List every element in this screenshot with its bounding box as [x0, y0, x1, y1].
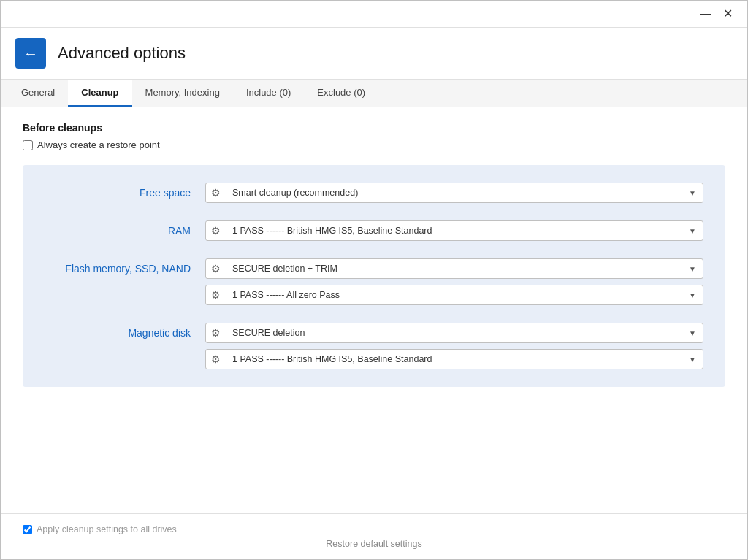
restore-point-label: Always create a restore point [37, 139, 160, 150]
header: ← Advanced options [1, 28, 747, 80]
flash-memory-label: Flash memory, SSD, NAND [45, 258, 205, 275]
app-window: — ✕ ← Advanced options General Cleanup M… [0, 0, 748, 560]
magnetic-select2-wrapper: ⚙ 1 PASS ------ All zero Pass 1 PASS ---… [205, 349, 703, 369]
magnetic-disk-label: Magnetic disk [45, 323, 205, 339]
settings-panel: Free space ⚙ Smart cleanup (recommended)… [23, 165, 725, 387]
apply-all-drives-label: Apply cleanup settings to all drives [37, 524, 177, 534]
restore-default-button[interactable]: Restore default settings [23, 539, 725, 549]
free-space-select-wrapper: ⚙ Smart cleanup (recommended) 1 PASS ---… [205, 183, 703, 203]
tab-cleanup[interactable]: Cleanup [68, 80, 131, 107]
restore-point-checkbox[interactable] [23, 140, 33, 150]
back-button[interactable]: ← [15, 38, 46, 69]
free-space-row: Free space ⚙ Smart cleanup (recommended)… [45, 183, 703, 203]
ram-select-wrapper: ⚙ 1 PASS ------ All zero Pass 1 PASS ---… [205, 220, 703, 241]
flash-memory-row: Flash memory, SSD, NAND ⚙ SECURE deletio… [45, 258, 703, 305]
flash-select2-wrapper: ⚙ 1 PASS ------ All zero Pass 1 PASS ---… [205, 285, 703, 305]
tab-include[interactable]: Include (0) [233, 80, 304, 107]
title-bar: — ✕ [1, 1, 747, 28]
magnetic-select1-wrapper: ⚙ SECURE deletion SECURE deletion + TRIM… [205, 323, 703, 343]
magnetic-disk-controls: ⚙ SECURE deletion SECURE deletion + TRIM… [205, 323, 703, 369]
close-button[interactable]: ✕ [717, 7, 739, 21]
tabs-bar: General Cleanup Memory, Indexing Include… [1, 80, 747, 107]
ram-controls: ⚙ 1 PASS ------ All zero Pass 1 PASS ---… [205, 220, 703, 241]
free-space-label: Free space [45, 183, 205, 199]
ram-select[interactable]: 1 PASS ------ All zero Pass 1 PASS -----… [205, 220, 703, 241]
apply-all-drives-checkbox[interactable] [23, 525, 32, 534]
apply-all-drives-row[interactable]: Apply cleanup settings to all drives [23, 524, 725, 534]
main-content: Before cleanups Always create a restore … [1, 107, 747, 513]
restore-point-row[interactable]: Always create a restore point [23, 139, 725, 150]
back-arrow-icon: ← [23, 46, 38, 61]
magnetic-disk-row: Magnetic disk ⚙ SECURE deletion SECURE d… [45, 323, 703, 369]
before-cleanups-heading: Before cleanups [23, 122, 725, 134]
ram-row: RAM ⚙ 1 PASS ------ All zero Pass 1 PASS… [45, 220, 703, 241]
tab-exclude[interactable]: Exclude (0) [304, 80, 378, 107]
before-cleanups-section: Before cleanups Always create a restore … [23, 122, 725, 150]
flash-select1-wrapper: ⚙ SECURE deletion + TRIM SECURE deletion… [205, 258, 703, 279]
tab-memory-indexing[interactable]: Memory, Indexing [132, 80, 233, 107]
ram-label: RAM [45, 220, 205, 237]
magnetic-select2[interactable]: 1 PASS ------ All zero Pass 1 PASS -----… [205, 349, 703, 369]
page-title: Advanced options [58, 44, 186, 63]
footer: Apply cleanup settings to all drives Res… [1, 513, 747, 559]
tab-general[interactable]: General [8, 80, 68, 107]
free-space-controls: ⚙ Smart cleanup (recommended) 1 PASS ---… [205, 183, 703, 203]
flash-memory-controls: ⚙ SECURE deletion + TRIM SECURE deletion… [205, 258, 703, 305]
free-space-select[interactable]: Smart cleanup (recommended) 1 PASS -----… [205, 183, 703, 203]
flash-select2[interactable]: 1 PASS ------ All zero Pass 1 PASS -----… [205, 285, 703, 305]
flash-select1[interactable]: SECURE deletion + TRIM SECURE deletion 1… [205, 258, 703, 279]
minimize-button[interactable]: — [694, 7, 717, 21]
magnetic-select1[interactable]: SECURE deletion SECURE deletion + TRIM 1… [205, 323, 703, 343]
